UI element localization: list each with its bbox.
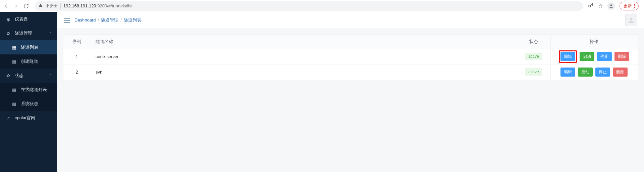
- user-avatar[interactable]: [625, 14, 637, 26]
- sidebar-icon: ▦: [11, 101, 17, 106]
- cell-index: 2: [63, 64, 90, 80]
- edit-button[interactable]: 编辑: [560, 52, 575, 61]
- topbar: Dashboard / 隧道管理 / 隧道列表: [57, 12, 644, 28]
- browser-update-chip[interactable]: 更新: [620, 2, 639, 10]
- breadcrumb-mid[interactable]: 隧道管理: [101, 17, 118, 23]
- sidebar-item-5[interactable]: ▦在线隧道列表: [0, 83, 57, 97]
- insecure-icon: [38, 3, 43, 9]
- breadcrumb: Dashboard / 隧道管理 / 隧道列表: [74, 17, 141, 23]
- forward-button[interactable]: [13, 3, 19, 9]
- table-row: 1code-serveractive编辑启动停止删除: [63, 49, 638, 64]
- key-icon[interactable]: [588, 2, 594, 9]
- sidebar-item-label: 在线隧道列表: [21, 87, 47, 93]
- sidebar-item-label: cpolar官网: [15, 115, 35, 121]
- sidebar-item-7[interactable]: ↗cpolar官网: [0, 111, 57, 125]
- tunnel-table: 序列 隧道名称 状态 操作 1code-serveractive编辑启动停止删除…: [63, 35, 638, 80]
- menu-dots-icon: [634, 4, 635, 8]
- reload-button[interactable]: [23, 3, 29, 9]
- sidebar-item-0[interactable]: ◉仪表盘: [0, 12, 57, 26]
- cell-actions: 编辑启动停止删除: [550, 49, 638, 64]
- url-host: 192.168.191.129: [63, 3, 96, 8]
- cell-actions: 编辑启动停止删除: [550, 64, 638, 80]
- update-label: 更新: [623, 3, 632, 9]
- back-button[interactable]: [3, 3, 9, 9]
- main-area: Dashboard / 隧道管理 / 隧道列表 序列 隧道名称 状态: [57, 12, 644, 172]
- stop-button[interactable]: 停止: [595, 68, 610, 77]
- sidebar-item-4[interactable]: ✿状态˅: [0, 69, 57, 83]
- cell-status: active: [517, 49, 550, 64]
- cell-status: active: [517, 64, 550, 80]
- sidebar-icon: ▦: [11, 87, 17, 92]
- cell-name: svn: [90, 64, 517, 80]
- col-header-name: 隧道名称: [90, 35, 517, 49]
- col-header-actions: 操作: [550, 35, 638, 49]
- sidebar: ◉仪表盘✿隧道管理˅▦隧道列表▦创建隧道✿状态˅▦在线隧道列表▦系统状态↗cpo…: [0, 12, 57, 172]
- highlight-box: 编辑: [559, 50, 577, 63]
- address-divider: [60, 3, 61, 9]
- col-header-index: 序列: [63, 35, 90, 49]
- status-badge: active: [525, 68, 542, 76]
- sidebar-item-label: 仪表盘: [15, 16, 28, 22]
- table-row: 2svnactive编辑启动停止删除: [63, 64, 638, 80]
- sidebar-icon: ↗: [5, 116, 11, 121]
- start-button[interactable]: 启动: [578, 68, 593, 77]
- sidebar-item-6[interactable]: ▦系统状态: [0, 97, 57, 111]
- bookmark-star-icon[interactable]: ☆: [598, 3, 603, 9]
- stop-button[interactable]: 停止: [597, 52, 612, 61]
- tunnel-table-panel: 序列 隧道名称 状态 操作 1code-serveractive编辑启动停止删除…: [63, 34, 638, 80]
- delete-button[interactable]: 删除: [614, 52, 629, 61]
- profile-avatar-icon[interactable]: [607, 2, 615, 10]
- cell-name: code-server: [90, 49, 517, 64]
- delete-button[interactable]: 删除: [613, 68, 628, 77]
- chevron-down-icon: ˅: [50, 74, 52, 78]
- sidebar-item-label: 状态: [15, 73, 23, 79]
- sidebar-item-label: 隧道管理: [15, 30, 32, 36]
- sidebar-item-label: 隧道列表: [21, 44, 38, 50]
- menu-toggle-icon[interactable]: [64, 18, 70, 23]
- sidebar-item-3[interactable]: ▦创建隧道: [0, 54, 57, 69]
- browser-toolbar: 不安全 192.168.191.129:9200/#/tunnels/list …: [0, 0, 644, 12]
- status-badge: active: [525, 53, 542, 60]
- sidebar-icon: ✿: [5, 73, 11, 78]
- edit-button[interactable]: 编辑: [560, 68, 575, 77]
- col-header-status: 状态: [517, 35, 550, 49]
- sidebar-item-label: 创建隧道: [21, 58, 38, 64]
- address-bar[interactable]: 不安全 192.168.191.129:9200/#/tunnels/list: [35, 1, 583, 11]
- cell-index: 1: [63, 49, 90, 64]
- breadcrumb-sep: /: [120, 17, 122, 23]
- insecure-label: 不安全: [46, 3, 58, 9]
- sidebar-icon: ◉: [5, 17, 11, 22]
- svg-point-1: [610, 4, 612, 6]
- sidebar-item-label: 系统状态: [21, 101, 38, 107]
- sidebar-item-2[interactable]: ▦隧道列表: [0, 40, 57, 54]
- sidebar-icon: ✿: [5, 31, 11, 36]
- sidebar-item-1[interactable]: ✿隧道管理˅: [0, 26, 57, 40]
- sidebar-icon: ▦: [11, 59, 17, 64]
- breadcrumb-sep: /: [98, 17, 99, 23]
- svg-point-2: [630, 17, 632, 20]
- chevron-down-icon: ˅: [50, 31, 52, 36]
- breadcrumb-current: 隧道列表: [124, 17, 141, 23]
- start-button[interactable]: 启动: [580, 52, 594, 61]
- breadcrumb-root[interactable]: Dashboard: [74, 17, 96, 23]
- sidebar-icon: ▦: [11, 45, 17, 50]
- url-path: :9200/#/tunnels/list: [96, 3, 132, 8]
